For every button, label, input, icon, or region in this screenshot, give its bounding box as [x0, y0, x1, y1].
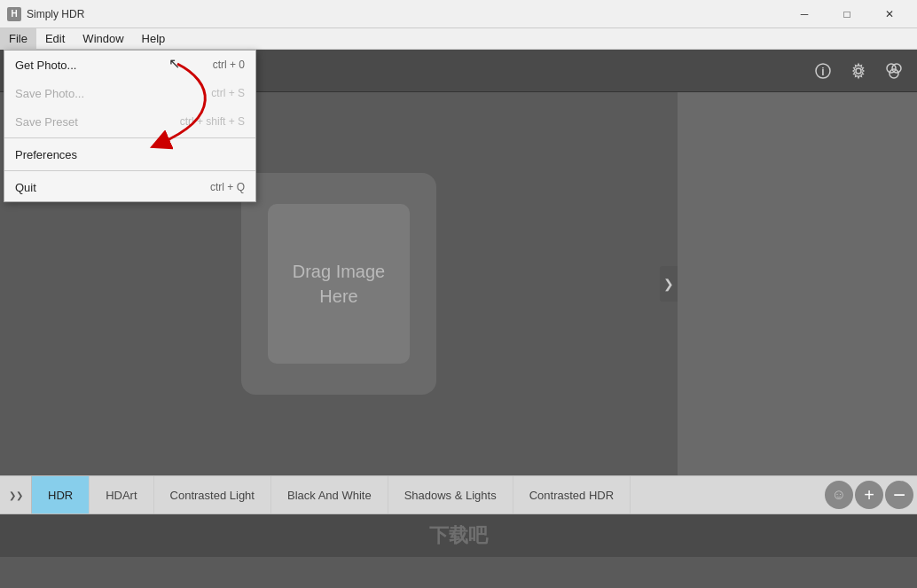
menu-save-preset[interactable]: Save Preset ctrl + shift + S [4, 107, 255, 136]
panel-toggle-button[interactable]: ❯ [660, 266, 678, 302]
settings-button[interactable] [843, 55, 874, 87]
drop-zone-text: Drag Image Here [293, 259, 386, 309]
right-panel [678, 92, 917, 475]
bottom-strip: 下载吧 [0, 514, 917, 557]
menu-quit[interactable]: Quit ctrl + Q [4, 173, 255, 201]
menu-get-photo[interactable]: Get Photo... ctrl + 0 [4, 51, 255, 79]
preset-collapse-button[interactable]: ❯❯ [0, 475, 32, 514]
watermark-text: 下载吧 [429, 522, 488, 549]
file-dropdown-menu: Get Photo... ctrl + 0 Save Photo... ctrl… [4, 50, 256, 202]
menu-save-photo[interactable]: Save Photo... ctrl + S [4, 79, 255, 107]
minimize-button[interactable]: ─ [784, 0, 825, 28]
menu-window[interactable]: Window [74, 28, 132, 50]
effects-button[interactable] [878, 55, 910, 87]
window-controls: ─ □ ✕ [784, 0, 910, 28]
svg-point-16 [892, 64, 901, 73]
menu-edit[interactable]: Edit [36, 28, 74, 50]
restore-button[interactable]: □ [827, 0, 867, 28]
preset-tab-hdart[interactable]: HDArt [90, 475, 153, 514]
preset-bar: ❯❯ HDR HDArt Contrasted Light Black And … [0, 475, 917, 514]
menu-divider-1 [4, 137, 255, 138]
drop-zone-inner: Drag Image Here [268, 204, 410, 364]
preset-tab-shadows-lights[interactable]: Shadows & Lights [388, 475, 513, 514]
close-button[interactable]: ✕ [869, 0, 910, 28]
menu-bar: File Edit Window Help [0, 28, 917, 50]
svg-point-17 [890, 69, 898, 78]
menu-preferences[interactable]: Preferences [4, 140, 255, 169]
preset-tab-hdr[interactable]: HDR [32, 475, 90, 514]
menu-file[interactable]: File [0, 28, 36, 50]
app-icon: H [7, 7, 21, 21]
preset-remove-button[interactable]: − [885, 481, 913, 509]
preset-tab-contrasted-hdr[interactable]: Contrasted HDR [513, 475, 631, 514]
info-button[interactable]: i [807, 55, 839, 87]
preset-add-button[interactable]: + [855, 481, 883, 509]
menu-help[interactable]: Help [133, 28, 175, 50]
title-bar: H Simply HDR ─ □ ✕ [0, 0, 917, 28]
svg-text:i: i [821, 66, 824, 78]
drop-zone[interactable]: Drag Image Here [241, 173, 436, 395]
preset-smiley-button[interactable]: ☺ [825, 481, 853, 509]
preset-tab-contrasted-light[interactable]: Contrasted Light [154, 475, 271, 514]
menu-divider-2 [4, 170, 255, 171]
preset-actions: ☺ + − [825, 481, 917, 509]
window-title: Simply HDR [27, 8, 784, 20]
preset-tab-black-and-white[interactable]: Black And White [271, 475, 388, 514]
